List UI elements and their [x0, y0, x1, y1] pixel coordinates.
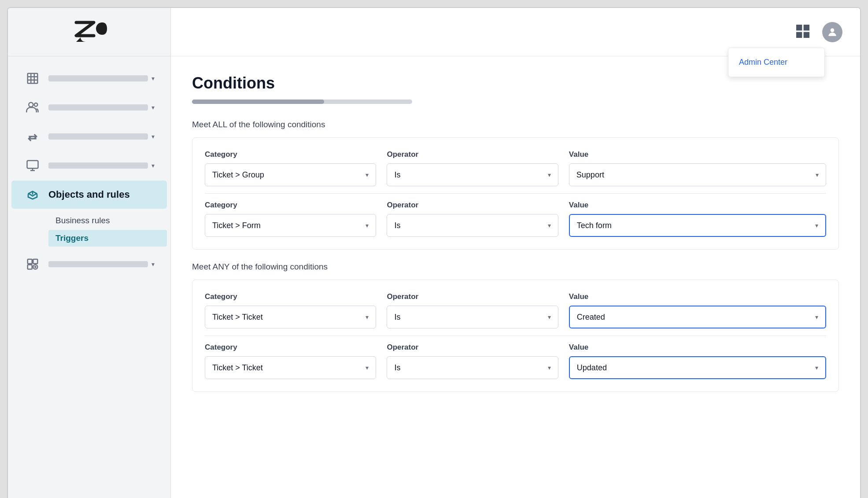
nav-label-building — [48, 75, 148, 81]
svg-rect-4 — [28, 259, 32, 264]
svg-rect-0 — [28, 74, 38, 84]
any-row2-category-label: Category — [205, 343, 376, 352]
svg-point-1 — [29, 103, 33, 107]
all-row2-operator-field: Operator Is ▾ — [387, 201, 558, 237]
all-row2-value-label: Value — [569, 201, 826, 210]
separator — [205, 193, 826, 194]
people-icon — [24, 99, 41, 116]
topbar-icons — [794, 22, 842, 42]
chevron-down-icon: ▾ — [815, 314, 818, 321]
nav-label-monitor — [48, 162, 148, 169]
sidebar-item-objects[interactable]: Objects and rules — [11, 181, 167, 209]
all-row1-operator-field: Operator Is ▾ — [387, 150, 558, 186]
chevron-down-icon: ▾ — [151, 75, 155, 82]
sidebar-logo — [8, 8, 170, 56]
main-content: Admin Center Conditions Meet ALL of the … — [171, 8, 860, 498]
building-icon — [24, 70, 41, 87]
svg-rect-10 — [796, 32, 802, 37]
chevron-down-icon: ▾ — [548, 222, 551, 229]
chevron-down-icon-arrows: ▾ — [151, 133, 155, 140]
separator — [205, 336, 826, 336]
sidebar-item-monitor[interactable]: ▾ — [11, 151, 167, 180]
any-row2-category-field: Category Ticket > Ticket ▾ — [205, 343, 376, 379]
all-row2-operator-label: Operator — [387, 201, 558, 210]
all-row1-value-label: Value — [569, 150, 826, 159]
any-row1-category-select[interactable]: Ticket > Ticket ▾ — [205, 306, 376, 328]
apps-icon — [24, 255, 41, 273]
topbar: Admin Center — [171, 8, 860, 56]
any-conditions-label: Meet ANY of the following conditions — [192, 262, 839, 272]
sidebar-item-building[interactable]: ▾ — [11, 64, 167, 92]
any-row1-value-label: Value — [569, 292, 826, 301]
sidebar-item-apps[interactable]: ▾ — [11, 250, 167, 278]
nav-label-people — [48, 104, 148, 111]
chevron-down-icon-people: ▾ — [151, 104, 155, 111]
submenu-triggers[interactable]: Triggers — [48, 230, 167, 247]
all-row1-operator-select[interactable]: Is ▾ — [387, 163, 558, 186]
chevron-down-icon: ▾ — [815, 222, 818, 229]
progress-bar — [192, 100, 412, 104]
monitor-icon — [24, 157, 41, 174]
any-conditions-block: Category Ticket > Ticket ▾ Operator Is ▾ — [192, 280, 839, 392]
any-row2-value-label: Value — [569, 343, 826, 352]
all-row2-operator-select[interactable]: Is ▾ — [387, 214, 558, 237]
svg-rect-5 — [33, 259, 37, 264]
all-row1-category-select[interactable]: Ticket > Group ▾ — [205, 163, 376, 186]
sidebar-item-people[interactable]: ▾ — [11, 93, 167, 122]
sidebar: ▾ ▾ — [8, 8, 171, 498]
zendesk-logo-icon — [72, 19, 107, 45]
any-row2-operator-field: Operator Is ▾ — [387, 343, 558, 379]
all-conditions-label: Meet ALL of the following conditions — [192, 120, 839, 129]
chevron-down-icon: ▾ — [816, 171, 819, 178]
all-conditions-block: Category Ticket > Group ▾ Operator Is ▾ — [192, 137, 839, 250]
content-area: Conditions Meet ALL of the following con… — [171, 56, 860, 498]
any-row1-operator-field: Operator Is ▾ — [387, 292, 558, 328]
any-row1-value-select[interactable]: Created ▾ — [569, 306, 826, 328]
app-frame: ▾ ▾ — [7, 7, 861, 498]
any-row2-value-field: Value Updated ▾ — [569, 343, 826, 379]
nav-label-apps — [48, 261, 148, 267]
table-row: Category Ticket > Ticket ▾ Operator Is ▾ — [205, 292, 826, 328]
any-row1-category-label: Category — [205, 292, 376, 301]
chevron-down-icon-monitor: ▾ — [151, 162, 155, 169]
sidebar-item-arrows[interactable]: ▾ — [11, 122, 167, 151]
arrows-icon — [24, 128, 41, 145]
svg-rect-6 — [28, 265, 32, 269]
svg-rect-9 — [804, 25, 809, 30]
any-row1-operator-label: Operator — [387, 292, 558, 301]
admin-center-dropdown: Admin Center — [728, 48, 825, 77]
all-row1-value-select[interactable]: Support ▾ — [569, 163, 826, 186]
objects-icon — [24, 186, 41, 203]
chevron-down-icon: ▾ — [366, 171, 369, 178]
all-row1-operator-label: Operator — [387, 150, 558, 159]
table-row: Category Ticket > Ticket ▾ Operator Is ▾ — [205, 343, 826, 379]
chevron-down-icon: ▾ — [548, 171, 551, 178]
chevron-down-icon-apps: ▾ — [151, 261, 155, 268]
table-row: Category Ticket > Group ▾ Operator Is ▾ — [205, 150, 826, 186]
nav-label-arrows — [48, 133, 148, 140]
all-row2-value-select[interactable]: Tech form ▾ — [569, 214, 826, 237]
any-row1-operator-select[interactable]: Is ▾ — [387, 306, 558, 328]
any-row2-operator-select[interactable]: Is ▾ — [387, 356, 558, 379]
chevron-down-icon: ▾ — [366, 314, 369, 321]
svg-rect-11 — [804, 32, 809, 37]
svg-point-12 — [831, 28, 835, 32]
admin-center-link[interactable]: Admin Center — [728, 52, 824, 73]
user-avatar[interactable] — [822, 22, 842, 42]
any-row2-category-select[interactable]: Ticket > Ticket ▾ — [205, 356, 376, 379]
sidebar-nav: ▾ ▾ — [8, 56, 170, 498]
all-row2-category-label: Category — [205, 201, 376, 210]
any-row1-value-field: Value Created ▾ — [569, 292, 826, 328]
chevron-down-icon: ▾ — [366, 222, 369, 229]
any-row2-operator-label: Operator — [387, 343, 558, 352]
any-row2-value-select[interactable]: Updated ▾ — [569, 356, 826, 379]
chevron-down-icon: ▾ — [366, 364, 369, 371]
svg-rect-8 — [796, 25, 802, 30]
submenu-business-rules: Business rules — [48, 212, 167, 229]
all-row2-category-field: Category Ticket > Form ▾ — [205, 201, 376, 237]
all-row1-category-label: Category — [205, 150, 376, 159]
all-row1-category-field: Category Ticket > Group ▾ — [205, 150, 376, 186]
grid-apps-button[interactable] — [794, 22, 812, 42]
all-row1-value-field: Value Support ▾ — [569, 150, 826, 186]
all-row2-category-select[interactable]: Ticket > Form ▾ — [205, 214, 376, 237]
